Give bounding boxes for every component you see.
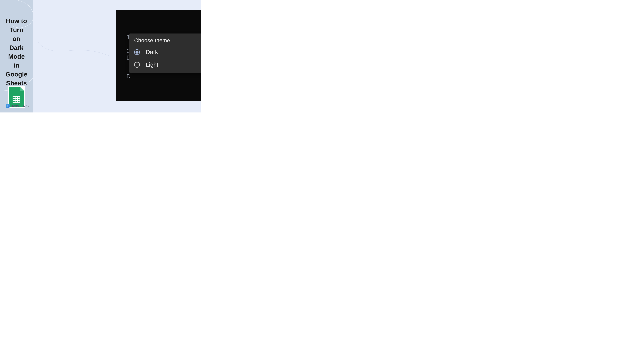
- page-title: How to Turn on Dark Mode in Google Sheet…: [6, 16, 27, 87]
- radio-label-dark: Dark: [146, 49, 158, 55]
- template-logo-text: TEMPLATE.NET: [10, 104, 31, 107]
- logo-suffix: .NET: [25, 104, 31, 107]
- bg-letter-d2: D: [126, 73, 130, 80]
- template-logo: T TEMPLATE.NET: [6, 104, 31, 108]
- logo-letter: T: [7, 105, 8, 107]
- left-panel: How to Turn on Dark Mode in Google Sheet…: [0, 0, 33, 112]
- radio-selected-icon: [134, 49, 140, 55]
- logo-brand: TEMPLATE: [10, 104, 25, 107]
- template-logo-icon: T: [6, 104, 10, 108]
- decorative-curve-right: [33, 42, 116, 70]
- radio-option-light[interactable]: Light: [134, 61, 201, 68]
- dialog-title: Choose theme: [134, 37, 201, 43]
- radio-option-dark[interactable]: Dark: [134, 49, 201, 55]
- screenshot-container: T C D D Choose theme Dark Light: [116, 10, 201, 101]
- theme-dialog: Choose theme Dark Light: [130, 33, 201, 73]
- radio-label-light: Light: [146, 61, 158, 68]
- radio-unselected-icon: [134, 62, 140, 68]
- right-panel: T C D D Choose theme Dark Light: [33, 0, 201, 112]
